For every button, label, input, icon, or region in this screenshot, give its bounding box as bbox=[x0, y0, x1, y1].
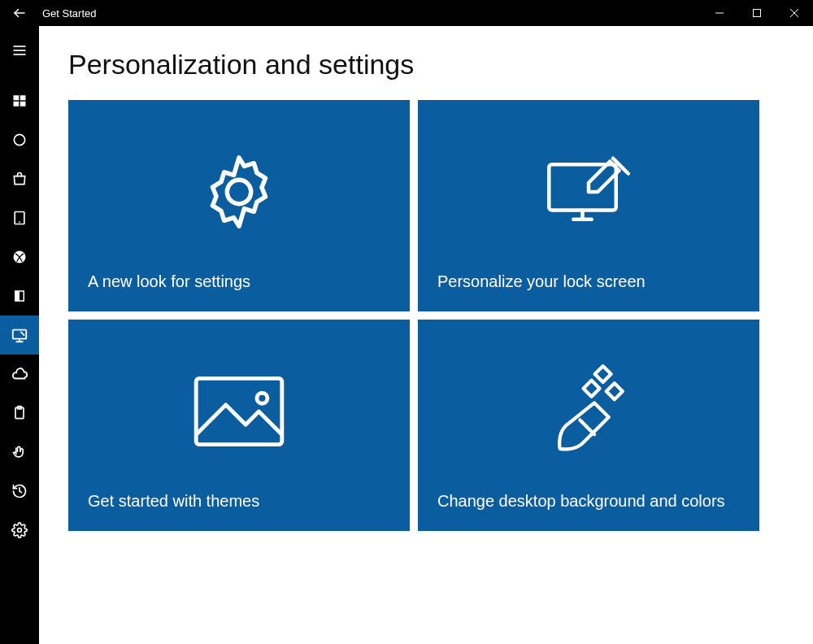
content-area: Personalization and settings A new look … bbox=[39, 26, 813, 644]
svg-rect-9 bbox=[20, 95, 26, 100]
paintbrush-icon bbox=[544, 363, 633, 463]
xbox-icon bbox=[11, 249, 28, 265]
minimize-button[interactable] bbox=[701, 0, 738, 26]
settings-icon bbox=[11, 522, 28, 538]
tile-settings-look[interactable]: A new look for settings bbox=[68, 100, 410, 311]
svg-rect-8 bbox=[14, 95, 20, 100]
sidebar-office[interactable] bbox=[0, 276, 39, 315]
tile-lock-screen[interactable]: Personalize your lock screen bbox=[418, 100, 759, 311]
tile-grid: A new look for settings Perso bbox=[68, 100, 784, 531]
svg-point-27 bbox=[257, 393, 267, 403]
svg-rect-23 bbox=[549, 164, 616, 210]
picture-icon bbox=[186, 367, 292, 459]
svg-line-31 bbox=[580, 420, 594, 434]
sidebar-clipboard[interactable] bbox=[0, 394, 39, 433]
touch-icon bbox=[11, 444, 28, 460]
sidebar-settings[interactable] bbox=[0, 511, 39, 550]
lockscreen-icon bbox=[540, 147, 637, 240]
cortana-icon bbox=[11, 132, 28, 148]
tile-label: Personalize your lock screen bbox=[437, 272, 740, 292]
sidebar-touch[interactable] bbox=[0, 433, 39, 472]
titlebar: Get Started bbox=[0, 0, 813, 26]
sidebar-cortana[interactable] bbox=[0, 120, 39, 159]
tile-background[interactable]: Change desktop background and colors bbox=[418, 320, 759, 531]
onedrive-icon bbox=[11, 365, 28, 383]
svg-point-22 bbox=[227, 180, 250, 203]
hamburger-icon bbox=[11, 42, 28, 59]
history-icon bbox=[11, 483, 28, 499]
maximize-button[interactable] bbox=[738, 0, 776, 26]
svg-rect-2 bbox=[754, 10, 761, 17]
svg-rect-17 bbox=[15, 291, 20, 301]
close-button[interactable] bbox=[776, 0, 813, 26]
svg-rect-28 bbox=[595, 366, 611, 382]
sidebar-windows[interactable] bbox=[0, 81, 39, 120]
svg-point-21 bbox=[18, 529, 22, 533]
windows-icon bbox=[12, 94, 27, 108]
gear-icon bbox=[194, 147, 284, 240]
sidebar-store[interactable] bbox=[0, 159, 39, 198]
tile-label: A new look for settings bbox=[88, 272, 390, 292]
sidebar-history[interactable] bbox=[0, 472, 39, 511]
page-title: Personalization and settings bbox=[68, 49, 784, 80]
svg-rect-11 bbox=[20, 102, 26, 107]
sidebar-tablet[interactable] bbox=[0, 198, 39, 237]
clipboard-icon bbox=[11, 405, 28, 421]
svg-rect-30 bbox=[606, 383, 623, 399]
sidebar-xbox[interactable] bbox=[0, 237, 39, 276]
office-icon bbox=[12, 289, 27, 303]
svg-rect-10 bbox=[14, 102, 20, 107]
back-button[interactable] bbox=[0, 0, 39, 26]
sidebar-hamburger[interactable] bbox=[0, 31, 39, 70]
tile-label: Change desktop background and colors bbox=[437, 491, 740, 511]
tile-label: Get started with themes bbox=[88, 491, 390, 511]
svg-point-12 bbox=[14, 134, 24, 145]
window-title: Get Started bbox=[39, 7, 96, 20]
tablet-icon bbox=[11, 210, 28, 226]
store-icon bbox=[11, 171, 28, 187]
svg-rect-29 bbox=[584, 380, 600, 396]
tile-themes[interactable]: Get started with themes bbox=[68, 320, 410, 531]
personalization-icon bbox=[11, 326, 28, 344]
sidebar-personalization[interactable] bbox=[0, 315, 39, 355]
svg-rect-26 bbox=[196, 378, 282, 444]
sidebar-onedrive[interactable] bbox=[0, 355, 39, 394]
sidebar bbox=[0, 26, 39, 644]
